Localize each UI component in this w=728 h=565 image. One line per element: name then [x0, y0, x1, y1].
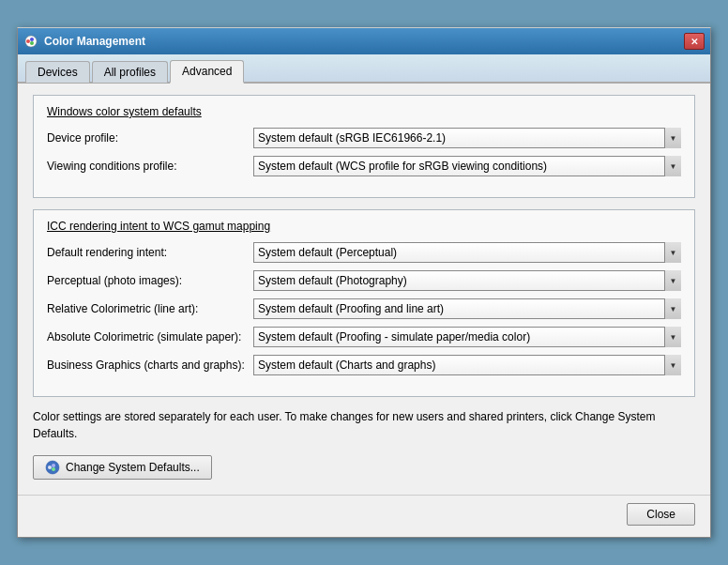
relative-colorimetric-row: Relative Colorimetric (line art): System…	[47, 298, 681, 319]
default-rendering-intent-row: Default rendering intent: System default…	[47, 242, 681, 263]
perceptual-select[interactable]: System default (Photography)	[253, 270, 681, 291]
svg-point-1	[26, 39, 30, 43]
absolute-colorimetric-label: Absolute Colorimetric (simulate paper):	[47, 330, 253, 344]
default-rendering-intent-select[interactable]: System default (Perceptual)	[253, 242, 681, 263]
title-bar: Color Management ✕	[18, 28, 710, 54]
viewing-conditions-select-wrapper: System default (WCS profile for sRGB vie…	[253, 156, 681, 176]
tab-devices[interactable]: Devices	[25, 61, 90, 83]
relative-colorimetric-select-wrapper: System default (Proofing and line art) ▼	[253, 298, 681, 319]
viewing-conditions-label: Viewing conditions profile:	[47, 160, 253, 173]
business-graphics-select[interactable]: System default (Charts and graphs)	[253, 355, 681, 375]
icc-rendering-section-title: ICC rendering intent to WCS gamut mappin…	[47, 220, 681, 233]
viewing-conditions-select[interactable]: System default (WCS profile for sRGB vie…	[253, 156, 681, 176]
tab-advanced[interactable]: Advanced	[170, 60, 244, 84]
relative-colorimetric-select[interactable]: System default (Proofing and line art)	[253, 298, 681, 319]
footer: Close	[18, 495, 710, 537]
device-profile-select-wrapper: System default (sRGB IEC61966-2.1) ▼	[253, 128, 681, 148]
color-management-window: Color Management ✕ Devices All profiles …	[17, 27, 711, 538]
tab-bar: Devices All profiles Advanced	[18, 54, 710, 84]
svg-point-7	[52, 467, 55, 471]
perceptual-select-wrapper: System default (Photography) ▼	[253, 270, 681, 291]
device-profile-select[interactable]: System default (sRGB IEC61966-2.1)	[253, 128, 681, 148]
absolute-colorimetric-row: Absolute Colorimetric (simulate paper): …	[47, 327, 681, 347]
relative-colorimetric-label: Relative Colorimetric (line art):	[47, 302, 253, 315]
svg-point-5	[48, 466, 52, 469]
business-graphics-row: Business Graphics (charts and graphs): S…	[47, 355, 681, 375]
viewing-conditions-row: Viewing conditions profile: System defau…	[47, 156, 681, 176]
title-bar-controls: ✕	[684, 33, 705, 50]
device-profile-label: Device profile:	[47, 131, 253, 145]
info-text: Color settings are stored separately for…	[33, 408, 695, 442]
svg-point-2	[30, 38, 34, 41]
tab-all-profiles[interactable]: All profiles	[92, 61, 168, 83]
icc-rendering-section: ICC rendering intent to WCS gamut mappin…	[33, 209, 695, 397]
perceptual-row: Perceptual (photo images): System defaul…	[47, 270, 681, 291]
svg-point-3	[30, 41, 34, 45]
close-button[interactable]: Close	[627, 503, 695, 526]
business-graphics-label: Business Graphics (charts and graphs):	[47, 359, 253, 372]
window-icon	[23, 34, 38, 49]
tab-content: Windows color system defaults Device pro…	[18, 84, 710, 495]
default-rendering-intent-label: Default rendering intent:	[47, 246, 253, 259]
windows-color-section: Windows color system defaults Device pro…	[33, 95, 695, 198]
business-graphics-select-wrapper: System default (Charts and graphs) ▼	[253, 355, 681, 375]
default-rendering-intent-select-wrapper: System default (Perceptual) ▼	[253, 242, 681, 263]
close-window-button[interactable]: ✕	[684, 33, 705, 50]
window-title: Color Management	[44, 35, 684, 48]
perceptual-label: Perceptual (photo images):	[47, 274, 253, 287]
device-profile-row: Device profile: System default (sRGB IEC…	[47, 128, 681, 148]
absolute-colorimetric-select[interactable]: System default (Proofing - simulate pape…	[253, 327, 681, 347]
absolute-colorimetric-select-wrapper: System default (Proofing - simulate pape…	[253, 327, 681, 347]
change-defaults-icon	[45, 460, 60, 475]
change-system-defaults-button[interactable]: Change System Defaults...	[33, 455, 212, 480]
svg-point-6	[52, 464, 55, 467]
windows-color-section-title: Windows color system defaults	[47, 105, 681, 118]
